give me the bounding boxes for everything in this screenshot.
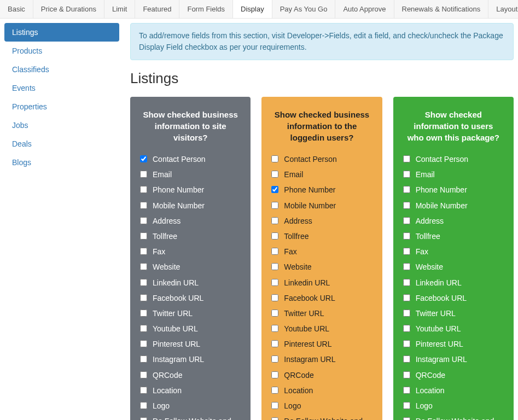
- field-mobile-number[interactable]: Mobile Number: [271, 201, 372, 211]
- field-checkbox[interactable]: [140, 417, 147, 420]
- field-checkbox[interactable]: [271, 310, 278, 317]
- field-checkbox[interactable]: [140, 325, 147, 332]
- field-checkbox[interactable]: [271, 217, 278, 224]
- field-checkbox[interactable]: [403, 263, 410, 270]
- field-pinterest-url[interactable]: Pinterest URL: [271, 339, 372, 349]
- field-instagram-url[interactable]: Instagram URL: [140, 354, 241, 364]
- field-checkbox[interactable]: [140, 355, 147, 363]
- field-twitter-url[interactable]: Twitter URL: [403, 308, 504, 318]
- field-checkbox[interactable]: [403, 417, 410, 420]
- field-checkbox[interactable]: [140, 232, 147, 240]
- field-do-follow-website-and-other-social-links-[interactable]: Do Follow Website and Other Social Links…: [140, 416, 241, 420]
- field-linkedin-url[interactable]: Linkedin URL: [403, 278, 504, 288]
- tab-form-fields[interactable]: Form Fields: [179, 0, 233, 18]
- field-checkbox[interactable]: [271, 417, 278, 420]
- tab-price-durations[interactable]: Price & Durations: [33, 0, 104, 18]
- field-checkbox[interactable]: [271, 155, 278, 162]
- sidebar-item-classifieds[interactable]: Classifieds: [4, 60, 119, 79]
- field-address[interactable]: Address: [403, 216, 504, 226]
- field-mobile-number[interactable]: Mobile Number: [403, 201, 504, 211]
- sidebar-item-events[interactable]: Events: [4, 79, 119, 97]
- field-fax[interactable]: Fax: [271, 247, 372, 256]
- field-instagram-url[interactable]: Instagram URL: [403, 354, 504, 364]
- field-checkbox[interactable]: [403, 402, 410, 409]
- field-checkbox[interactable]: [271, 387, 278, 394]
- field-email[interactable]: Email: [140, 170, 241, 179]
- field-youtube-url[interactable]: Youtube URL: [403, 324, 504, 334]
- field-tollfree[interactable]: Tollfree: [403, 231, 504, 241]
- tab-renewals-notifications[interactable]: Renewals & Notifications: [394, 0, 489, 18]
- field-do-follow-website-and-other-social-links-[interactable]: Do Follow Website and Other Social Links…: [403, 416, 504, 420]
- field-checkbox[interactable]: [271, 340, 278, 347]
- field-tollfree[interactable]: Tollfree: [271, 231, 372, 241]
- field-checkbox[interactable]: [271, 171, 278, 178]
- sidebar-item-blogs[interactable]: Blogs: [4, 153, 119, 172]
- field-checkbox[interactable]: [140, 340, 147, 347]
- field-qrcode[interactable]: QRCode: [140, 370, 241, 380]
- field-youtube-url[interactable]: Youtube URL: [271, 324, 372, 334]
- field-checkbox[interactable]: [403, 355, 410, 363]
- field-instagram-url[interactable]: Instagram URL: [271, 354, 372, 364]
- field-checkbox[interactable]: [140, 202, 147, 209]
- field-checkbox[interactable]: [140, 171, 147, 178]
- field-checkbox[interactable]: [140, 310, 147, 317]
- field-phone-number[interactable]: Phone Number: [140, 185, 241, 195]
- field-checkbox[interactable]: [140, 294, 147, 301]
- field-logo[interactable]: Logo: [403, 401, 504, 411]
- tab-display[interactable]: Display: [233, 0, 272, 18]
- field-contact-person[interactable]: Contact Person: [403, 154, 504, 164]
- field-checkbox[interactable]: [403, 202, 410, 209]
- field-checkbox[interactable]: [403, 248, 410, 255]
- field-email[interactable]: Email: [403, 170, 504, 179]
- field-checkbox[interactable]: [403, 171, 410, 178]
- field-facebook-url[interactable]: Facebook URL: [140, 293, 241, 303]
- field-contact-person[interactable]: Contact Person: [140, 154, 241, 164]
- field-checkbox[interactable]: [271, 279, 278, 286]
- field-website[interactable]: Website: [403, 262, 504, 272]
- field-checkbox[interactable]: [140, 263, 147, 270]
- field-logo[interactable]: Logo: [271, 401, 372, 411]
- field-checkbox[interactable]: [140, 387, 147, 394]
- field-checkbox[interactable]: [140, 279, 147, 286]
- field-logo[interactable]: Logo: [140, 401, 241, 411]
- field-checkbox[interactable]: [403, 217, 410, 224]
- sidebar-item-products[interactable]: Products: [4, 42, 119, 60]
- tab-limit[interactable]: Limit: [104, 0, 135, 18]
- field-linkedin-url[interactable]: Linkedin URL: [140, 278, 241, 288]
- field-location[interactable]: Location: [403, 386, 504, 395]
- field-pinterest-url[interactable]: Pinterest URL: [403, 339, 504, 349]
- sidebar-item-properties[interactable]: Properties: [4, 97, 119, 116]
- field-do-follow-website-and-other-social-links-[interactable]: Do Follow Website and Other Social Links…: [271, 416, 372, 420]
- field-checkbox[interactable]: [140, 371, 147, 378]
- field-location[interactable]: Location: [271, 386, 372, 395]
- tab-basic[interactable]: Basic: [0, 0, 33, 18]
- field-checkbox[interactable]: [403, 186, 410, 193]
- field-checkbox[interactable]: [140, 155, 147, 162]
- field-checkbox[interactable]: [403, 325, 410, 332]
- field-mobile-number[interactable]: Mobile Number: [140, 201, 241, 211]
- field-twitter-url[interactable]: Twitter URL: [140, 308, 241, 318]
- field-location[interactable]: Location: [140, 386, 241, 395]
- tab-pay-as-you-go[interactable]: Pay As You Go: [272, 0, 336, 18]
- field-checkbox[interactable]: [271, 294, 278, 301]
- field-checkbox[interactable]: [403, 371, 410, 378]
- field-checkbox[interactable]: [403, 294, 410, 301]
- field-checkbox[interactable]: [403, 340, 410, 347]
- field-checkbox[interactable]: [271, 355, 278, 363]
- tab-featured[interactable]: Featured: [135, 0, 179, 18]
- field-email[interactable]: Email: [271, 170, 372, 179]
- field-qrcode[interactable]: QRCode: [271, 370, 372, 380]
- field-checkbox[interactable]: [403, 279, 410, 286]
- field-checkbox[interactable]: [271, 371, 278, 378]
- field-checkbox[interactable]: [271, 202, 278, 209]
- field-checkbox[interactable]: [271, 263, 278, 270]
- field-tollfree[interactable]: Tollfree: [140, 231, 241, 241]
- field-checkbox[interactable]: [403, 155, 410, 162]
- field-pinterest-url[interactable]: Pinterest URL: [140, 339, 241, 349]
- field-checkbox[interactable]: [403, 310, 410, 317]
- field-checkbox[interactable]: [140, 217, 147, 224]
- field-checkbox[interactable]: [403, 232, 410, 240]
- field-checkbox[interactable]: [271, 186, 278, 193]
- field-linkedin-url[interactable]: Linkedin URL: [271, 278, 372, 288]
- field-facebook-url[interactable]: Facebook URL: [271, 293, 372, 303]
